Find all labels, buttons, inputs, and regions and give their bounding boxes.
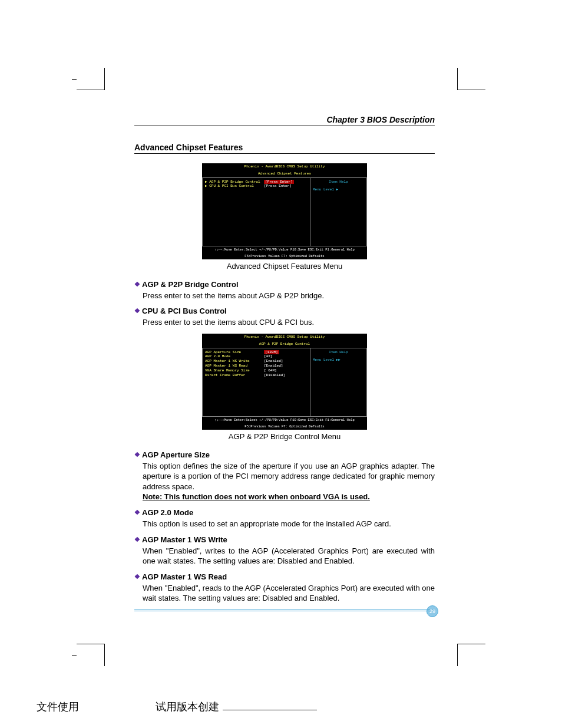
item-agp-master-1-ws-read: ❖AGP Master 1 WS Read When "Enabled", re… — [134, 572, 435, 604]
diamond-icon: ❖ — [134, 536, 140, 543]
bios1-help-line: Menu Level ▶ — [313, 187, 364, 192]
bios1-row1-label: ▶ CPU & PCI Bus Control — [205, 184, 264, 189]
bios2-row4-label: VGA Share Memory Size — [205, 368, 264, 373]
page-number-badge: 29 — [427, 605, 438, 617]
footer-text-b: 试用版本创建 — [156, 700, 219, 714]
bios1-left-panel: ▶ AGP & P2P Bridge Control[Press Enter] … — [203, 178, 310, 246]
item1-head: AGP & P2P Bridge Control — [142, 280, 239, 289]
bios2-help-title: Item Help — [313, 350, 364, 355]
item-agp-p2p-bridge: ❖AGP & P2P Bridge Control Press enter to… — [134, 280, 435, 301]
bios2-footer2: F5:Previous Values F7: Optimized Default… — [202, 423, 367, 430]
bios2-row2-label: AGP Master 1 WS Write — [205, 359, 264, 364]
bios1-footer2: F5:Previous Values F7: Optimized Default… — [202, 253, 367, 259]
bios2-help-line: Menu Level ▶▶ — [313, 358, 364, 363]
bios2-title1: Phoenix - AwardBIOS CMOS Setup Utility — [202, 334, 367, 341]
diamond-icon: ❖ — [134, 573, 140, 580]
bios2-row5-label: Direct Frame Buffer — [205, 373, 264, 378]
crop-mark-tl — [77, 68, 105, 90]
item6-body: When "Enabled", reads to the AGP (Accele… — [134, 583, 435, 604]
chapter-header: Chapter 3 BIOS Description — [134, 115, 435, 126]
footer-text-a: 文件使用 — [37, 700, 79, 714]
item5-head: AGP Master 1 WS Write — [142, 535, 227, 544]
item3-body: This option defines the size of the aper… — [143, 462, 435, 491]
item2-body: Press enter to set the items about CPU &… — [134, 317, 435, 328]
footer-line — [223, 710, 317, 710]
bios2-caption: AGP & P2P Bridge Control Menu — [134, 432, 435, 441]
bios1-row0-label: ▶ AGP & P2P Bridge Control — [205, 180, 264, 185]
bios2-row3-value: [Enabled] — [264, 364, 283, 368]
crop-mark-br — [457, 644, 485, 666]
item-agp-aperture-size: ❖AGP Aperture Size This option defines t… — [134, 450, 435, 502]
bios1-caption: Advanced Chipset Features Menu — [134, 262, 435, 271]
item-agp-2-0-mode: ❖AGP 2.0 Mode This option is used to set… — [134, 508, 435, 529]
bios2-row3-label: AGP Master 1 WS Read — [205, 364, 264, 368]
bios1-help-title: Item Help — [313, 180, 364, 185]
item6-head: AGP Master 1 WS Read — [142, 572, 227, 581]
diamond-icon: ❖ — [134, 281, 140, 288]
item2-head: CPU & PCI Bus Control — [142, 307, 227, 315]
bios1-right-panel: Item Help Menu Level ▶ — [310, 178, 366, 246]
watermark-footer: 文件使用 试用版本创建 — [0, 700, 562, 714]
bios1-row0-value: [Press Enter] — [264, 180, 294, 185]
bios1-row1-value: [Press Enter] — [264, 184, 292, 189]
bios2-row1-value: [4X] — [264, 354, 272, 359]
item1-body: Press enter to set the items about AGP &… — [134, 291, 435, 301]
item3-note: Note: This function does not work when o… — [143, 492, 370, 501]
bios1-title1: Phoenix - AwardBIOS CMOS Setup Utility — [202, 163, 367, 170]
page-rule — [134, 610, 435, 611]
diamond-icon: ❖ — [134, 509, 140, 516]
bios-screenshot-2: Phoenix - AwardBIOS CMOS Setup Utility A… — [202, 334, 367, 430]
bios2-row0-label: AGP Aperture Size — [205, 350, 264, 355]
bios2-left-panel: AGP Aperture Size[128M] AGP 2.0 Mode[4X]… — [203, 348, 310, 416]
section-title: Advanced Chipset Features — [134, 143, 435, 154]
bios2-row5-value: [Disabled] — [264, 373, 285, 378]
bios1-footer1: ↑↓←→:Move Enter:Select +/-/PU/PD:Value F… — [202, 246, 367, 253]
crop-mark-tr — [457, 68, 485, 90]
bios2-row2-value: [Enabled] — [264, 359, 283, 364]
page-number: 29 — [427, 605, 438, 617]
item-agp-master-1-ws-write: ❖AGP Master 1 WS Write When "Enabled", w… — [134, 535, 435, 566]
bios1-title2: Advanced Chipset Features — [202, 170, 367, 177]
bios2-footer1: ↑↓←→:Move Enter:Select +/-/PU/PD:Value F… — [202, 417, 367, 423]
item4-body: This option is used to set an appropriat… — [134, 519, 435, 529]
item3-head: AGP Aperture Size — [142, 450, 210, 459]
bios2-row0-value: [128M] — [264, 350, 279, 355]
diamond-icon: ❖ — [134, 451, 140, 458]
item4-head: AGP 2.0 Mode — [142, 508, 193, 517]
item5-body: When "Enabled", writes to the AGP (Accel… — [134, 546, 435, 566]
item-cpu-pci-bus: ❖CPU & PCI Bus Control Press enter to se… — [134, 307, 435, 328]
diamond-icon: ❖ — [134, 307, 140, 314]
crop-mark-bl — [77, 644, 105, 666]
bios2-row1-label: AGP 2.0 Mode — [205, 354, 264, 359]
bios2-title2: AGP & P2P Bridge Control — [202, 341, 367, 348]
bios2-row4-value: [ 64M] — [264, 368, 277, 373]
bios-screenshot-1: Phoenix - AwardBIOS CMOS Setup Utility A… — [202, 163, 367, 259]
bios2-right-panel: Item Help Menu Level ▶▶ — [310, 348, 366, 416]
page-content: Chapter 3 BIOS Description Advanced Chip… — [134, 115, 435, 611]
